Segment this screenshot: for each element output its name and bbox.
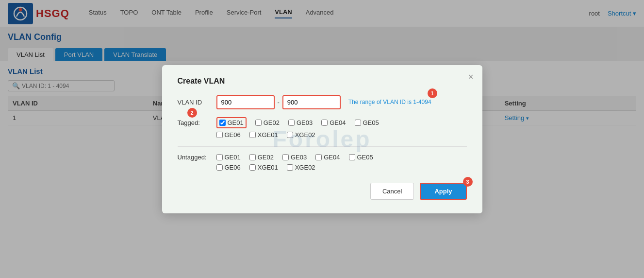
vlan-id-label: VLAN ID [178,99,216,106]
tagged-row: Tagged: 2 GE01 GE02 [178,117,467,139]
tagged-xge01-checkbox[interactable] [249,132,256,138]
untagged-ge03-label: GE03 [291,154,307,161]
untagged-ports-group-2: GE06 XGE01 XGE02 [216,164,315,171]
tagged-ge06-checkbox[interactable] [216,132,223,138]
tagged-ge05-label: GE05 [363,119,379,126]
cancel-button[interactable]: Cancel [370,183,414,200]
tagged-ports-group-2: GE06 XGE01 XGE02 [216,131,315,139]
untagged-ge03-checkbox[interactable] [282,154,289,160]
untagged-ge03-item: GE03 [282,154,307,161]
untagged-ge05-checkbox[interactable] [349,154,355,160]
modal-title: Create VLAN [178,77,467,86]
vlan-id-from-input[interactable] [216,95,275,109]
tagged-label: Tagged: [178,119,216,126]
untagged-label: Untagged: [178,154,216,161]
untagged-ge04-item: GE04 [315,154,340,161]
modal-overlay: Forolep Create VLAN × VLAN ID - The rang… [0,0,644,278]
untagged-ge01-item: GE01 [216,154,241,161]
create-vlan-modal: Forolep Create VLAN × VLAN ID - The rang… [162,65,482,213]
tagged-ge02-checkbox[interactable] [255,120,262,126]
modal-footer: Cancel Apply 3 [178,183,467,200]
tagged-ge05-checkbox[interactable] [355,120,361,126]
untagged-ge05-label: GE05 [357,154,373,161]
untagged-ge06-checkbox[interactable] [216,164,223,171]
untagged-ge04-label: GE04 [324,154,340,161]
vlan-id-separator: - [278,99,280,106]
tagged-ge03-item: GE03 [288,119,313,126]
vlan-range-hint: The range of VLAN ID is 1-4094 [348,99,431,105]
untagged-ge01-checkbox[interactable] [216,154,223,160]
tagged-ge04-label: GE04 [330,119,346,126]
untagged-ge06-label: GE06 [225,164,241,171]
tagged-ge01-label: GE01 [228,119,244,126]
apply-button[interactable]: Apply [420,183,466,200]
tagged-ge03-checkbox[interactable] [288,120,295,126]
modal-close-button[interactable]: × [468,72,474,82]
untagged-row: Untagged: GE01 GE02 GE03 [178,154,467,171]
untagged-xge01-checkbox[interactable] [249,164,256,171]
untagged-ge02-checkbox[interactable] [249,154,256,160]
tagged-xge01-item: XGE01 [249,131,278,139]
tagged-xge02-label: XGE02 [295,131,315,139]
tagged-ge06-label: GE06 [225,131,241,139]
tagged-ge05-item: GE05 [355,119,379,126]
tagged-xge02-checkbox[interactable] [287,132,293,138]
tagged-ge02-item: GE02 [255,119,280,126]
tagged-xge01-label: XGE01 [258,131,278,139]
tagged-ge04-item: GE04 [321,119,346,126]
untagged-xge02-checkbox[interactable] [287,164,293,171]
tagged-ge01-checkbox[interactable] [219,120,226,126]
untagged-xge01-label: XGE01 [258,164,278,171]
untagged-ge06-item: GE06 [216,164,241,171]
untagged-ge05-item: GE05 [349,154,373,161]
tagged-ports-group: GE01 GE02 GE03 GE04 [216,117,467,128]
tagged-ge02-label: GE02 [264,119,280,126]
tagged-xge02-item: XGE02 [287,131,315,139]
untagged-ge02-label: GE02 [258,154,274,161]
untagged-xge01-item: XGE01 [249,164,278,171]
tagged-ge03-label: GE03 [297,119,313,126]
badge-3: 3 [463,177,473,187]
tagged-ge04-checkbox[interactable] [321,120,328,126]
untagged-xge02-item: XGE02 [287,164,315,171]
vlan-id-to-input[interactable] [282,95,341,109]
untagged-ge04-checkbox[interactable] [315,154,322,160]
vlan-id-inputs: - The range of VLAN ID is 1-4094 [216,95,431,109]
untagged-ports-group: GE01 GE02 GE03 GE04 [216,154,467,161]
vlan-id-row: VLAN ID - The range of VLAN ID is 1-4094… [178,95,467,109]
tagged-ports-row2: GE06 XGE01 XGE02 [216,131,315,139]
untagged-ge01-label: GE01 [225,154,241,161]
tagged-ge01-item: GE01 [216,117,247,128]
section-divider [178,146,467,147]
badge-2: 2 [187,108,197,118]
untagged-ports-row2: GE06 XGE01 XGE02 [216,164,315,171]
badge-1: 1 [428,88,437,98]
untagged-xge02-label: XGE02 [295,164,315,171]
untagged-ge02-item: GE02 [249,154,274,161]
tagged-ge06-item: GE06 [216,131,241,139]
